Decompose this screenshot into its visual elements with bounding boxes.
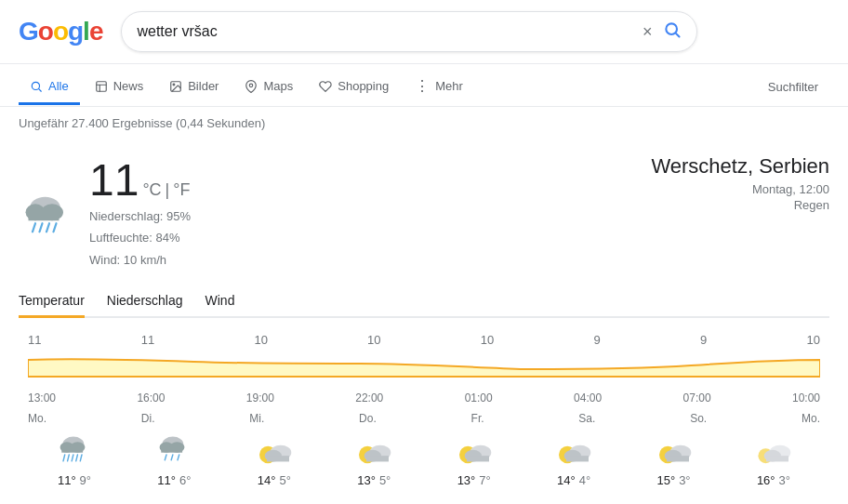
svg-rect-57: [766, 456, 788, 461]
nav-label-mehr: Mehr: [435, 79, 463, 93]
day-4: Do.: [359, 412, 377, 425]
search-bar: ×: [121, 11, 697, 52]
high-6: 14°: [557, 473, 576, 487]
high-5: 13°: [457, 473, 476, 487]
day-6: Sa.: [578, 412, 595, 425]
nav-item-mehr[interactable]: ⋮ Mehr: [404, 68, 474, 107]
nav-item-shopping[interactable]: Shopping: [308, 70, 400, 105]
svg-line-23: [68, 455, 70, 461]
svg-rect-4: [96, 81, 106, 91]
forecast-temps-1: 11° 9°: [58, 473, 91, 487]
high-7: 15°: [656, 473, 675, 487]
forecast-icon-4: [351, 432, 396, 470]
svg-rect-45: [467, 456, 489, 461]
logo-e: e: [89, 17, 103, 46]
nav-item-maps[interactable]: Maps: [233, 70, 304, 105]
forecast-icon-6: [551, 432, 596, 470]
chart-svg: [28, 351, 820, 384]
forecast-icon-1: [52, 432, 97, 470]
suchfilter-button[interactable]: Suchfilter: [757, 71, 829, 103]
time-2: 16:00: [137, 391, 165, 405]
weather-tabs: Temperatur Niederschlag Wind: [19, 285, 829, 318]
shopping-icon: [319, 80, 332, 93]
low-6: 4°: [579, 473, 590, 487]
weather-right: Werschetz, Serbien Montag, 12:00 Regen: [651, 154, 829, 212]
high-4: 13°: [357, 473, 376, 487]
svg-point-9: [250, 84, 254, 87]
svg-line-25: [76, 455, 78, 461]
tab-wind[interactable]: Wind: [205, 285, 235, 318]
forecast-item-6: 14° 4°: [527, 432, 620, 487]
weather-card: 11 °C | °F Niederschlag: 95% Luftfeuchte…: [19, 139, 829, 504]
temp-unit-f[interactable]: °F: [173, 180, 190, 200]
chart-temp-6: 9: [594, 333, 601, 347]
nav-label-maps: Maps: [263, 79, 293, 93]
forecast-temps-3: 14° 5°: [258, 473, 291, 487]
temp-number: 11: [89, 154, 139, 206]
weather-temp: 11 °C | °F: [89, 154, 191, 206]
weather-footer: weather.com • Feedback geben: [19, 495, 829, 504]
search-icon[interactable]: [663, 20, 682, 44]
day-7: So.: [690, 412, 707, 425]
svg-line-26: [80, 455, 82, 461]
low-3: 5°: [279, 473, 290, 487]
time-3: 19:00: [246, 391, 274, 405]
tab-temperatur[interactable]: Temperatur: [19, 285, 85, 318]
time-1: 13:00: [28, 391, 56, 405]
forecast-icon-7: [652, 432, 696, 470]
nav-label-alle: Alle: [48, 79, 69, 93]
day-2: Di.: [141, 412, 155, 425]
low-7: 3°: [679, 473, 690, 487]
temp-unit-c[interactable]: °C: [142, 180, 161, 200]
weather-condition-text: Regen: [651, 198, 829, 212]
chart-temp-2: 11: [141, 333, 154, 347]
chart-temp-5: 10: [481, 333, 494, 347]
mehr-icon: ⋮: [415, 77, 430, 95]
day-1: Mo.: [28, 412, 46, 425]
forecast-item-8: 16° 3°: [727, 432, 820, 487]
nav-item-bilder[interactable]: Bilder: [158, 70, 230, 105]
low-4: 5°: [379, 473, 391, 487]
nav-item-news[interactable]: News: [84, 70, 155, 105]
forecast-item-2: 11° 6°: [127, 432, 220, 487]
low-8: 3°: [779, 473, 790, 487]
forecast-temps-5: 13° 7°: [457, 473, 491, 487]
search-input[interactable]: [137, 23, 642, 40]
chart-temp-4: 10: [367, 333, 380, 347]
chart-temp-3: 10: [254, 333, 267, 347]
clear-icon[interactable]: ×: [643, 22, 653, 42]
weather-condition-icon: [19, 185, 74, 241]
weather-left: 11 °C | °F Niederschlag: 95% Luftfeuchte…: [19, 154, 191, 271]
svg-line-14: [33, 223, 35, 232]
forecast-temps-6: 14° 4°: [557, 473, 590, 487]
svg-rect-30: [162, 447, 183, 453]
weather-datetime: Montag, 12:00: [651, 182, 829, 196]
forecast-temps-2: 11° 6°: [157, 473, 191, 487]
svg-line-16: [46, 223, 49, 232]
low-2: 6°: [179, 473, 191, 487]
nav-item-alle[interactable]: Alle: [19, 70, 80, 105]
svg-line-3: [39, 88, 42, 91]
chart-band: [28, 351, 820, 384]
time-5: 01:00: [465, 391, 493, 405]
high-3: 14°: [258, 473, 276, 487]
chart-temp-8: 10: [806, 333, 819, 347]
day-5: Fr.: [471, 412, 484, 425]
time-6: 04:00: [574, 391, 602, 405]
precipitation: Niederschlag: 95%: [89, 206, 191, 227]
forecast-temps-8: 16° 3°: [757, 473, 790, 487]
day-8: Mo.: [802, 412, 820, 425]
svg-rect-37: [267, 456, 289, 461]
high-8: 16°: [757, 473, 775, 487]
forecast-item-3: 14° 5°: [228, 432, 321, 487]
time-4: 22:00: [355, 391, 383, 405]
temp-separator: |: [166, 180, 170, 200]
maps-icon: [245, 80, 258, 93]
logo-l: l: [83, 17, 89, 46]
svg-line-15: [40, 223, 43, 232]
time-7: 07:00: [683, 391, 711, 405]
forecast-icon-5: [452, 432, 497, 470]
tab-niederschlag[interactable]: Niederschlag: [107, 285, 183, 318]
forecast-times: 13:00 16:00 19:00 22:00 01:00 04:00 07:0…: [19, 391, 829, 405]
chart-temp-1: 11: [28, 333, 41, 347]
